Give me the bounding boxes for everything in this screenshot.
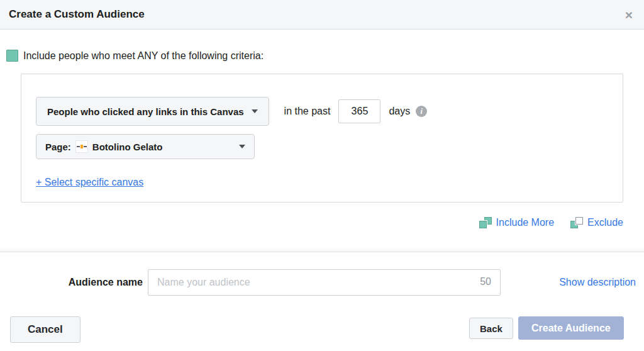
select-specific-canvas-link[interactable]: + Select specific canvas [36,177,143,188]
section-divider [0,247,644,252]
behavior-dropdown-value: People who clicked any links in this Can… [47,106,244,117]
days-input[interactable] [338,99,380,123]
exclude-icon-front [575,217,583,225]
page-avatar-mark [80,145,83,148]
show-description-link[interactable]: Show description [559,277,636,288]
page-name-value: Botolino Gelato [92,142,163,152]
include-more-icon [479,217,492,228]
behavior-dropdown[interactable]: People who clicked any links in this Can… [36,97,269,126]
criteria-box: People who clicked any links in this Can… [21,74,623,203]
days-label: days [389,106,410,117]
create-custom-audience-modal: Create a Custom Audience × Include peopl… [0,0,644,351]
include-criteria-row: Include people who meet ANY of the follo… [6,50,264,62]
page-avatar-mark [77,146,80,147]
in-the-past-label: in the past [284,106,331,117]
exclude-label: Exclude [587,217,623,228]
page-avatar [75,140,88,153]
include-more-button[interactable]: Include More [479,217,555,228]
modal-title: Create a Custom Audience [9,8,145,21]
exclude-icon [570,217,583,228]
page-avatar-mark [84,146,87,147]
cancel-button[interactable]: Cancel [10,316,80,343]
modal-header: Create a Custom Audience [0,0,644,30]
page-prefix-label: Page: [45,142,71,152]
audience-name-input[interactable] [148,269,501,296]
behavior-rule-row: People who clicked any links in this Can… [36,97,427,126]
chevron-down-icon [252,109,258,113]
include-exclude-row: Include More Exclude [479,217,623,228]
audience-name-field-wrap: 50 [148,269,501,296]
back-button[interactable]: Back [469,318,513,339]
audience-name-label: Audience name [38,277,143,288]
exclude-button[interactable]: Exclude [570,217,623,228]
close-icon[interactable]: × [621,8,636,23]
include-checkbox-icon[interactable] [6,50,18,62]
create-audience-button[interactable]: Create Audience [518,316,624,340]
page-rule-row: Page: Botolino Gelato [36,134,255,159]
include-more-icon-front [479,221,487,228]
page-dropdown[interactable]: Page: Botolino Gelato [36,134,255,159]
include-criteria-label: Include people who meet ANY of the follo… [23,50,264,62]
info-icon[interactable]: i [416,106,427,117]
chevron-down-icon [239,145,245,148]
char-count: 50 [480,276,491,287]
include-more-label: Include More [496,217,555,228]
